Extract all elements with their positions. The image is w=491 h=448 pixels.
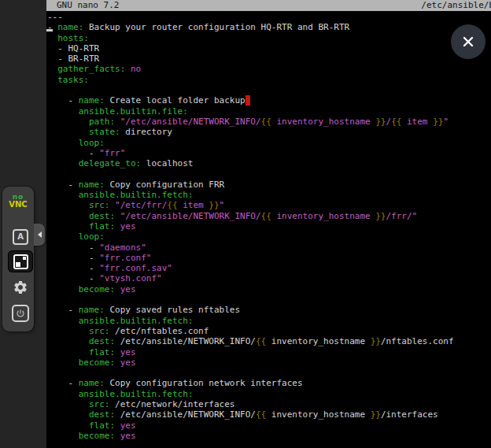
vnc-sidebar: no VNC A [0,0,46,448]
editor-line: delegate_to: localhost [47,158,491,168]
editor-line: loop: [47,138,491,148]
extra-keys-button[interactable]: A [8,226,33,248]
editor-line: tasks: [47,75,491,85]
editor-line: - "frr.conf.sav" [47,263,491,273]
settings-button[interactable] [8,278,33,300]
editor-line: ansible.builtin.file: [47,106,491,117]
nano-version: GNU nano 7.2 [57,0,119,11]
editor-line: - "frr.conf" [47,253,491,263]
editor-line [47,368,491,378]
power-icon [12,305,29,322]
gear-icon [13,280,28,298]
editor-line: flat: yes [47,347,491,357]
control-bar-handle[interactable] [34,224,45,246]
editor-line: - name: Copy configuration network inter… [47,378,491,388]
fullscreen-button[interactable] [8,250,33,272]
nano-titlebar: GNU nano 7.2 /etc/ansible/b [46,0,491,11]
editor-line: - name: Backup your router configuration… [47,22,491,32]
editor-line: - HQ-RTR [47,43,491,54]
editor-line: - name: Copy configuration FRR [47,180,491,190]
editor-line: flat: yes [47,420,491,431]
editor-line: - name: Create local folder backup [47,95,491,106]
collapse-arrow-icon [38,231,42,238]
novnc-logo: no VNC [2,194,34,208]
editor-line: ansible.builtin.fetch: [47,389,491,399]
terminal-window: GNU nano 7.2 /etc/ansible/b ---- name: B… [46,0,491,448]
editor-line: --- [47,12,491,22]
editor-line [47,294,491,305]
editor-line: hosts: [47,33,491,43]
editor-line: become: yes [47,357,491,368]
editor-line: - BR-RTR [47,54,491,64]
mouse-cursor [46,29,53,31]
editor-line: flat: yes [47,221,491,231]
editor-line: path: "/etc/ansible/NETWORK_INFO/{{ inve… [47,117,491,127]
close-icon [462,35,474,48]
editor-line: - name: Copy saved rules nftables [47,305,491,315]
editor-line: state: directory [47,127,491,137]
editor-line: ansible.builtin.fetch: [47,190,491,200]
close-button[interactable] [451,24,485,59]
disconnect-button[interactable] [8,302,33,324]
editor-line: dest: /etc/ansible/NETWORK_INFO/{{ inven… [47,336,491,346]
editor-line: dest: /etc/ansible/NETWORK_INFO/{{ inven… [47,409,491,420]
editor-line: become: yes [47,431,491,441]
editor-line: become: yes [47,284,491,294]
editor-line: src: /etc/nftables.conf [47,326,491,336]
nano-filename: /etc/ansible/b [421,0,491,11]
editor-line: - "vtysh.conf" [47,273,491,283]
editor-line: dest: "/etc/ansible/NETWORK_INFO/{{ inve… [47,211,491,221]
editor-line: src: /etc/network/interfaces [47,399,491,409]
editor-line: gather_facts: no [47,64,491,74]
vnc-control-bar: no VNC A [2,187,34,331]
editor-line: ansible.builtin.fetch: [47,316,491,326]
fullscreen-icon [13,254,28,269]
a-key-icon: A [13,229,28,245]
editor-line: src: "/etc/frr/{{ item }}" [47,200,491,210]
editor-line: - "frr" [47,148,491,158]
editor-line: - "daemons" [47,243,491,253]
editor-line [47,168,491,179]
novnc-logo-bottom: VNC [2,201,34,208]
editor-line [47,85,491,95]
editor-line: loop: [47,231,491,242]
editor-content[interactable]: ---- name: Backup your router configurat… [46,11,491,448]
